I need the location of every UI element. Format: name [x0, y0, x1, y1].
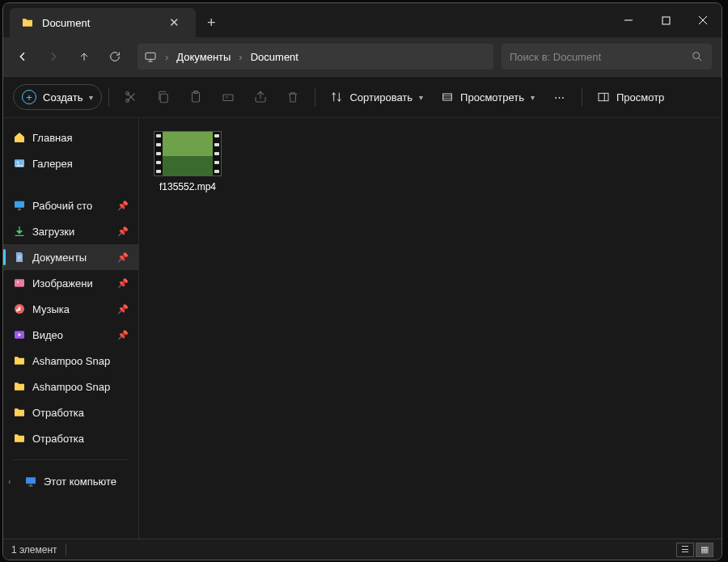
svg-rect-0	[662, 17, 670, 24]
search-icon	[691, 50, 704, 63]
music-icon	[13, 302, 26, 315]
svg-rect-8	[223, 95, 233, 101]
chevron-down-icon: ▾	[89, 93, 93, 102]
svg-point-15	[17, 281, 19, 283]
folder-icon	[13, 406, 26, 419]
titlebar: Document ✕ +	[3, 3, 722, 37]
cut-button[interactable]	[116, 82, 146, 112]
video-thumbnail	[154, 131, 222, 176]
pin-icon: 📌	[117, 330, 129, 340]
icons-view-button[interactable]: ▦	[696, 543, 713, 557]
search-input[interactable]: Поиск в: Document	[502, 44, 712, 70]
close-button[interactable]	[684, 3, 722, 37]
sidebar-item-home[interactable]: Главная	[3, 125, 138, 150]
chevron-down-icon: ▾	[419, 93, 423, 102]
create-button[interactable]: + Создать ▾	[13, 84, 102, 110]
tab-document[interactable]: Document ✕	[10, 8, 196, 37]
details-view-button[interactable]: ☰	[676, 543, 694, 557]
plus-icon: +	[22, 90, 36, 104]
sidebar-item-thispc[interactable]: › Этот компьюте	[3, 468, 138, 494]
create-label: Создать	[43, 91, 83, 104]
sort-button[interactable]: Сортировать ▾	[322, 86, 431, 108]
svg-rect-14	[15, 279, 24, 286]
toolbar: + Создать ▾ Сортировать ▾ Просмотреть ▾ …	[3, 76, 722, 118]
document-icon	[13, 251, 26, 264]
up-button[interactable]	[70, 42, 99, 71]
pictures-icon	[13, 277, 26, 289]
sidebar-item-work1[interactable]: Отработка	[3, 399, 138, 425]
search-placeholder: Поиск в: Document	[510, 51, 601, 63]
maximize-button[interactable]	[647, 3, 684, 37]
sidebar-item-music[interactable]: Музыка 📌	[3, 296, 138, 322]
view-icon	[441, 91, 454, 104]
sidebar-label: Рабочий сто	[32, 200, 111, 212]
sidebar-label: Этот компьюте	[44, 475, 129, 488]
pin-icon: 📌	[117, 226, 129, 237]
tab-title: Document	[42, 17, 90, 29]
svg-rect-1	[146, 53, 155, 59]
breadcrumb-separator: ›	[234, 51, 247, 63]
sidebar: Главная Галерея Рабочий сто 📌 Загрузки 📌…	[3, 118, 139, 539]
sidebar-item-snap2[interactable]: Ashampoo Snap	[3, 374, 138, 399]
video-icon	[13, 328, 26, 341]
paste-button[interactable]	[180, 82, 211, 112]
file-pane[interactable]: f135552.mp4	[139, 118, 722, 539]
sidebar-item-desktop[interactable]: Рабочий сто 📌	[3, 192, 138, 218]
back-button[interactable]	[8, 42, 37, 71]
delete-button[interactable]	[277, 82, 308, 112]
view-button[interactable]: Просмотреть ▾	[433, 86, 543, 108]
sidebar-item-gallery[interactable]: Галерея	[3, 150, 138, 176]
new-tab-button[interactable]: +	[196, 8, 227, 37]
pc-icon	[144, 50, 157, 63]
sidebar-item-pictures[interactable]: Изображени 📌	[3, 270, 138, 296]
navbar: › Документы › Document Поиск в: Document	[3, 37, 722, 76]
rename-button[interactable]	[213, 82, 243, 112]
explorer-window: Document ✕ + › Документы › Document Поис…	[2, 2, 722, 560]
crumb-document[interactable]: Document	[251, 51, 298, 63]
preview-pane-icon	[597, 91, 610, 104]
share-button[interactable]	[245, 82, 276, 112]
tab-close-button[interactable]: ✕	[164, 14, 184, 32]
sidebar-item-video[interactable]: Видео 📌	[3, 322, 138, 348]
minimize-button[interactable]	[610, 3, 647, 37]
sidebar-item-work2[interactable]: Отработка	[3, 425, 138, 451]
home-icon	[13, 131, 26, 144]
sidebar-label: Отработка	[32, 433, 129, 445]
sidebar-label: Видео	[32, 329, 111, 341]
sidebar-label: Отработка	[32, 407, 129, 419]
gallery-icon	[13, 157, 26, 170]
window-controls	[610, 3, 722, 37]
crumb-documents[interactable]: Документы	[176, 51, 231, 63]
sidebar-item-documents[interactable]: Документы 📌	[3, 244, 138, 270]
svg-rect-9	[443, 94, 452, 100]
sidebar-label: Документы	[32, 251, 111, 264]
svg-rect-10	[599, 93, 608, 100]
svg-rect-5	[161, 94, 168, 103]
file-name: f135552.mp4	[159, 181, 216, 192]
refresh-button[interactable]	[100, 42, 129, 71]
breadcrumb[interactable]: › Документы › Document	[138, 44, 493, 70]
sidebar-label: Загрузки	[32, 226, 111, 238]
sort-label: Сортировать	[349, 91, 413, 104]
more-button[interactable]: ⋯	[544, 82, 575, 112]
sidebar-label: Ashampoo Snap	[32, 355, 129, 367]
folder-icon	[13, 432, 26, 445]
sidebar-label: Галерея	[32, 158, 129, 170]
statusbar: 1 элемент ☰ ▦	[3, 539, 722, 560]
preview-button[interactable]: Просмотр	[589, 86, 672, 108]
sidebar-item-snap1[interactable]: Ashampoo Snap	[3, 348, 138, 374]
expand-icon[interactable]: ›	[8, 477, 18, 486]
pin-icon: 📌	[117, 278, 129, 289]
file-item[interactable]: f135552.mp4	[149, 128, 226, 196]
body: Главная Галерея Рабочий сто 📌 Загрузки 📌…	[3, 118, 722, 539]
svg-rect-13	[15, 201, 24, 208]
folder-icon	[21, 16, 34, 29]
sidebar-item-downloads[interactable]: Загрузки 📌	[3, 218, 138, 244]
svg-point-2	[693, 53, 700, 59]
pin-icon: 📌	[117, 252, 129, 263]
folder-icon	[13, 354, 26, 367]
item-count: 1 элемент	[11, 544, 57, 556]
copy-button[interactable]	[148, 82, 179, 112]
desktop-icon	[13, 199, 26, 212]
forward-button[interactable]	[39, 42, 68, 71]
